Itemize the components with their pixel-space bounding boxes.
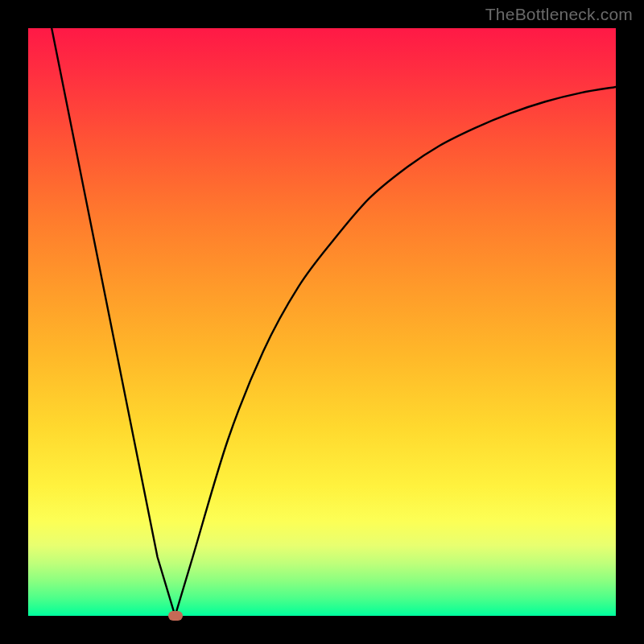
source-label: TheBottleneck.com (485, 5, 633, 24)
plot-area (28, 28, 616, 616)
minimum-marker (168, 611, 183, 621)
bottleneck-curve-path (52, 28, 616, 616)
curve-svg (28, 28, 616, 616)
chart-frame: TheBottleneck.com (0, 0, 644, 644)
